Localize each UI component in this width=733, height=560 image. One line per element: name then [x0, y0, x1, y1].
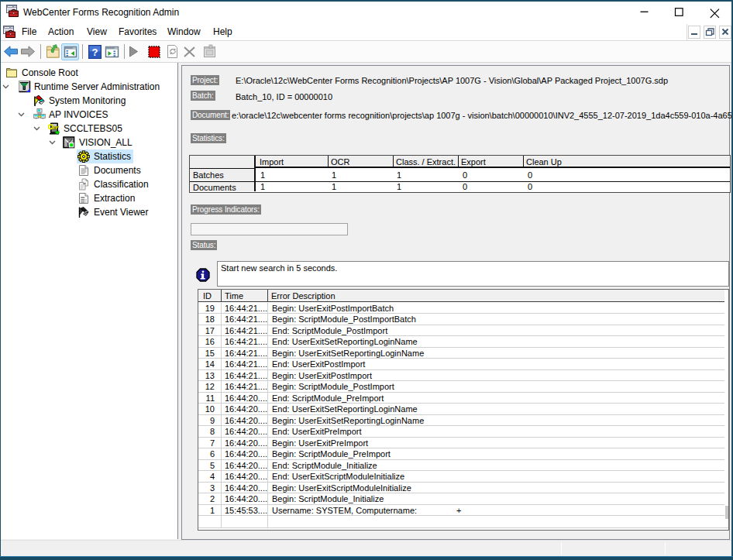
svg-text:?: ? — [92, 46, 98, 58]
